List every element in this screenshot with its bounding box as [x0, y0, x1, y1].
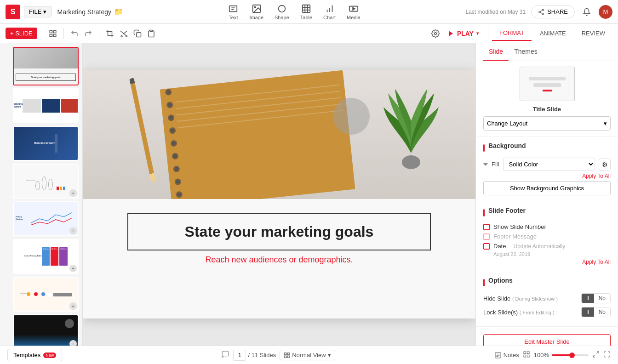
right-tabs: PLAY ▾ FORMAT ANIMATE REVIEW	[429, 26, 612, 41]
slide-title: State your marketing goals	[147, 223, 412, 240]
zoom-thumb[interactable]	[569, 353, 575, 358]
view-chevron-icon: ▾	[328, 352, 331, 358]
fullscreen-icon[interactable]	[603, 351, 611, 360]
section-accent	[483, 144, 485, 152]
notes-button[interactable]: Notes	[494, 352, 519, 359]
panel-tabs: Slide Themes	[476, 43, 618, 61]
show-background-graphics-button[interactable]: Show Background Graphics	[483, 181, 611, 195]
insert-text-button[interactable]: Text	[228, 4, 238, 20]
fit-screen-icon[interactable]	[592, 351, 600, 360]
layout-box	[520, 67, 575, 101]
svg-rect-36	[285, 356, 286, 358]
show-slide-number-checkbox[interactable]	[483, 224, 490, 230]
animate-tab[interactable]: ANIMATE	[532, 26, 573, 40]
undo-button[interactable]	[69, 28, 80, 40]
zoom-level: 100%	[534, 352, 549, 358]
comment-icon[interactable]	[221, 350, 229, 360]
add-slide-button[interactable]: + SLIDE	[6, 28, 37, 39]
hide-slide-no-option[interactable]: No	[594, 294, 610, 303]
cup-decoration	[333, 98, 370, 135]
separator-1	[42, 28, 42, 39]
edit-master-slide-button[interactable]: Edit Master Slide	[483, 334, 611, 346]
svg-line-28	[123, 31, 127, 34]
svg-rect-34	[285, 353, 286, 354]
footer-accent	[483, 209, 485, 216]
apply-to-all-link-2[interactable]: Apply To All	[483, 259, 611, 265]
templates-button[interactable]: Templates New	[7, 349, 62, 361]
slide-thumbnail-4[interactable]: Sales Chart +	[13, 164, 79, 199]
svg-point-33	[402, 155, 420, 169]
logo: S	[6, 5, 20, 19]
slide-thumbnail-8[interactable]: +	[13, 314, 79, 346]
change-layout-button[interactable]: Change Layout ▾	[483, 116, 611, 131]
cut-button[interactable]	[118, 28, 130, 40]
format-tab[interactable]: FORMAT	[492, 26, 532, 41]
slide-8-add[interactable]: +	[69, 340, 77, 346]
slide-thumbnail-6[interactable]: Online Pricing Table $1.24 /mo $2.45 /mo…	[13, 239, 79, 274]
top-right-actions: Last modified on May 31 SHARE M	[465, 5, 612, 19]
show-slide-number-label: Show Slide Number	[493, 223, 546, 230]
zoom-track[interactable]	[552, 354, 589, 356]
svg-rect-44	[524, 355, 526, 357]
play-button[interactable]: PLAY ▾	[442, 27, 484, 40]
lock-slide-no-option[interactable]: No	[594, 307, 610, 317]
slide-tab[interactable]: Slide	[483, 43, 509, 61]
view-selector[interactable]: Normal View ▾	[280, 350, 335, 360]
right-panel: Slide Themes Title Slide Change Layout ▾	[475, 43, 618, 346]
insert-image-button[interactable]: Image	[249, 4, 263, 20]
slide-thumbnail-3[interactable]: Marketing Strategy	[13, 126, 79, 161]
file-menu-button[interactable]: FILE ▾	[24, 6, 52, 17]
hide-slide-label: Hide Slide ( During Slideshow )	[483, 295, 578, 302]
slide-5-add[interactable]: +	[69, 227, 77, 234]
crop-button[interactable]	[104, 28, 116, 40]
hide-slide-ii-option[interactable]: II	[582, 294, 594, 303]
separator-4	[488, 28, 488, 39]
redo-button[interactable]	[82, 28, 94, 40]
share-button[interactable]: SHARE	[531, 5, 575, 18]
copy-button[interactable]	[132, 28, 143, 40]
insert-shape-button[interactable]: Shape	[275, 4, 289, 20]
review-tab[interactable]: REVIEW	[574, 26, 612, 40]
date-checkbox[interactable]	[483, 243, 490, 250]
slide-content: State your marketing goals Reach new aud…	[83, 199, 475, 274]
slide-thumbnail-1[interactable]: State your marketing goals	[13, 47, 79, 85]
notification-icon[interactable]	[580, 6, 593, 18]
insert-table-button[interactable]: Table	[300, 4, 312, 20]
svg-point-31	[435, 32, 437, 34]
notes-label: Notes	[504, 352, 519, 358]
slide-title-box[interactable]: State your marketing goals	[127, 213, 431, 250]
layout-section: Title Slide Change Layout ▾	[476, 61, 618, 136]
hide-slide-row: Hide Slide ( During Slideshow ) II No	[483, 293, 611, 303]
layout-accent	[543, 90, 552, 91]
fill-type-select[interactable]: Solid Color	[503, 158, 595, 171]
last-modified-text: Last modified on May 31	[465, 9, 526, 15]
bottom-right: Notes 100%	[494, 351, 611, 360]
slide-7-add[interactable]: +	[69, 302, 77, 310]
slide-thumbnail-2[interactable]: Marketing Account	[13, 88, 79, 123]
slide-subtitle[interactable]: Reach new audiences or demographics.	[205, 255, 353, 265]
slide-6-add[interactable]: +	[69, 265, 77, 272]
slide-4-add[interactable]: +	[69, 189, 77, 197]
slide-canvas[interactable]: State your marketing goals Reach new aud…	[83, 70, 475, 318]
fill-expand-icon[interactable]	[483, 163, 488, 166]
slide-thumbnail-7[interactable]: Timeline +	[13, 277, 79, 312]
slide-thumbnail-5[interactable]: Selling Strategy +	[13, 201, 79, 236]
user-avatar[interactable]: M	[599, 5, 612, 19]
folder-icon: 📁	[114, 7, 123, 16]
play-label: PLAY	[457, 30, 474, 37]
fill-label: Fill	[492, 161, 499, 168]
page-number-input[interactable]	[233, 350, 246, 361]
grid-view-icon[interactable]	[523, 351, 530, 360]
layout-view-button[interactable]	[47, 28, 59, 40]
footer-message-checkbox[interactable]	[483, 233, 490, 240]
apply-to-all-link-1[interactable]: Apply To All	[483, 173, 611, 179]
settings-button[interactable]	[429, 28, 441, 40]
lock-slide-ii-option[interactable]: II	[582, 307, 594, 317]
themes-tab[interactable]: Themes	[509, 43, 543, 61]
svg-rect-42	[524, 352, 526, 354]
paste-button[interactable]	[145, 28, 157, 40]
fill-settings-button[interactable]: ⚙	[599, 159, 611, 171]
insert-chart-button[interactable]: Chart	[323, 4, 336, 20]
main-content: 1 State your marketing goals 2 Marketing…	[0, 43, 618, 346]
insert-media-button[interactable]: Media	[347, 4, 360, 20]
